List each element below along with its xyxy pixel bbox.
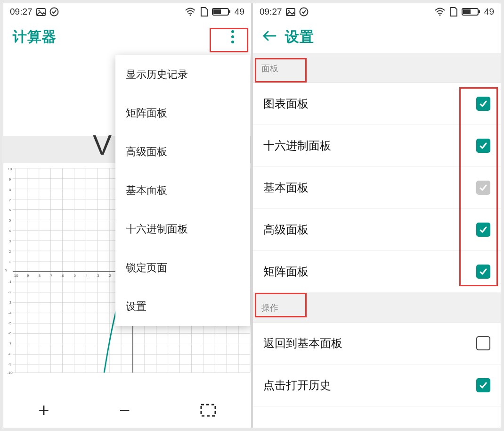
svg-text:-5: -5 [73,274,76,278]
checkbox-on-icon[interactable] [476,265,490,279]
svg-text:8: 8 [9,188,11,192]
setting-label: 返回到基本面板 [263,336,342,351]
svg-text:-6: -6 [8,331,12,335]
checkbox-on-icon[interactable] [476,223,490,237]
setting-row-matrix-panel[interactable]: 矩阵面板 [253,251,501,293]
svg-rect-94 [286,8,295,16]
section-header-panels: 面板 [253,53,501,83]
svg-text:2: 2 [9,249,11,254]
svg-point-3 [189,15,191,16]
graph-toolbar: + − [3,393,251,428]
status-bar: 09:27 49 [3,3,251,20]
section-header-ops: 操作 [253,293,501,323]
menu-item-matrix[interactable]: 矩阵面板 [115,94,250,133]
battery-icon [462,7,480,17]
app-bar: 计算器 [3,20,251,53]
setting-label: 高级面板 [263,222,309,237]
setting-row-open-history[interactable]: 点击打开历史 [253,365,501,406]
setting-label: 十六进制面板 [263,138,331,153]
svg-rect-0 [37,8,45,16]
svg-text:-2: -2 [8,290,12,294]
image-icon [36,8,46,16]
checkbox-off-icon[interactable] [476,336,490,350]
svg-text:-6: -6 [61,274,65,278]
back-button[interactable] [262,30,276,43]
setting-row-hex-panel[interactable]: 十六进制面板 [253,125,501,167]
svg-text:-7: -7 [8,341,12,346]
svg-point-1 [38,10,40,11]
setting-label: 图表面板 [263,96,309,111]
setting-row-basic-panel[interactable]: 基本面板 [253,167,501,209]
svg-rect-5 [229,10,230,13]
phone-right-settings: 09:27 49 [252,3,501,428]
svg-text:-9: -9 [8,362,12,366]
svg-text:7: 7 [9,198,11,202]
setting-label: 点击打开历史 [263,378,331,393]
status-battery-text: 49 [484,7,494,17]
svg-text:-9: -9 [25,274,29,278]
image-icon [286,8,295,16]
svg-text:-1: -1 [8,280,12,284]
wifi-icon [185,8,196,16]
checkbox-disabled-icon [476,181,490,195]
checkbox-on-icon[interactable] [476,139,490,153]
menu-item-basic[interactable]: 基本面板 [115,171,250,210]
svg-rect-99 [479,10,480,13]
status-bar: 09:27 49 [253,3,501,20]
zoom-in-button[interactable]: + [38,400,49,421]
svg-text:-5: -5 [8,321,12,325]
svg-text:4: 4 [9,229,11,233]
selection-button[interactable] [200,400,216,421]
svg-text:5: 5 [9,218,11,223]
svg-text:-8: -8 [37,274,41,278]
svg-text:6: 6 [9,208,11,212]
menu-item-hex[interactable]: 十六进制面板 [115,210,250,249]
checkbox-on-icon[interactable] [476,97,490,111]
overflow-menu: 显示历史记录 矩阵面板 高级面板 基本面板 十六进制面板 锁定页面 设置 [115,55,250,326]
phone-left-calculator: 09:27 49 [3,3,252,428]
sim-icon [449,7,458,17]
wifi-icon [434,8,446,16]
app-bar: 设置 [253,20,501,53]
svg-rect-100 [463,9,471,14]
svg-text:-3: -3 [8,300,12,305]
svg-rect-93 [201,405,215,416]
svg-text:-10: -10 [13,274,18,278]
svg-text:-4: -4 [8,311,12,315]
menu-item-settings[interactable]: 设置 [115,287,250,326]
menu-item-advanced[interactable]: 高级面板 [115,133,250,171]
display-text: V [93,129,112,161]
svg-text:3: 3 [9,239,11,243]
check-circle-icon [49,7,59,17]
svg-text:9: 9 [9,177,11,182]
svg-text:-2: -2 [108,274,112,278]
svg-text:1: 1 [9,260,11,264]
setting-label: 基本面板 [263,180,309,195]
svg-text:-3: -3 [96,274,100,278]
menu-item-history[interactable]: 显示历史记录 [115,55,250,94]
setting-label: 矩阵面板 [263,264,309,279]
svg-text:-10: -10 [7,371,13,375]
checkbox-on-icon[interactable] [476,378,490,392]
svg-point-95 [288,10,289,11]
svg-rect-6 [213,9,221,14]
app-title: 计算器 [13,27,57,47]
svg-text:-7: -7 [49,274,53,278]
svg-text:Y: Y [5,268,8,273]
setting-row-advanced-panel[interactable]: 高级面板 [253,209,501,251]
status-time: 09:27 [10,7,33,17]
svg-text:10: 10 [8,167,12,171]
overflow-menu-button[interactable] [224,24,242,50]
setting-row-return-basic[interactable]: 返回到基本面板 [253,323,501,365]
status-time: 09:27 [260,7,282,17]
battery-icon [212,7,231,17]
status-battery-text: 49 [235,7,244,17]
check-circle-icon [299,7,309,17]
setting-row-chart-panel[interactable]: 图表面板 [253,83,501,125]
svg-text:-4: -4 [84,274,88,278]
zoom-out-button[interactable]: − [119,400,130,421]
svg-point-97 [439,15,440,16]
menu-item-lock[interactable]: 锁定页面 [115,249,250,287]
sim-icon [200,7,208,17]
svg-point-2 [50,8,58,16]
